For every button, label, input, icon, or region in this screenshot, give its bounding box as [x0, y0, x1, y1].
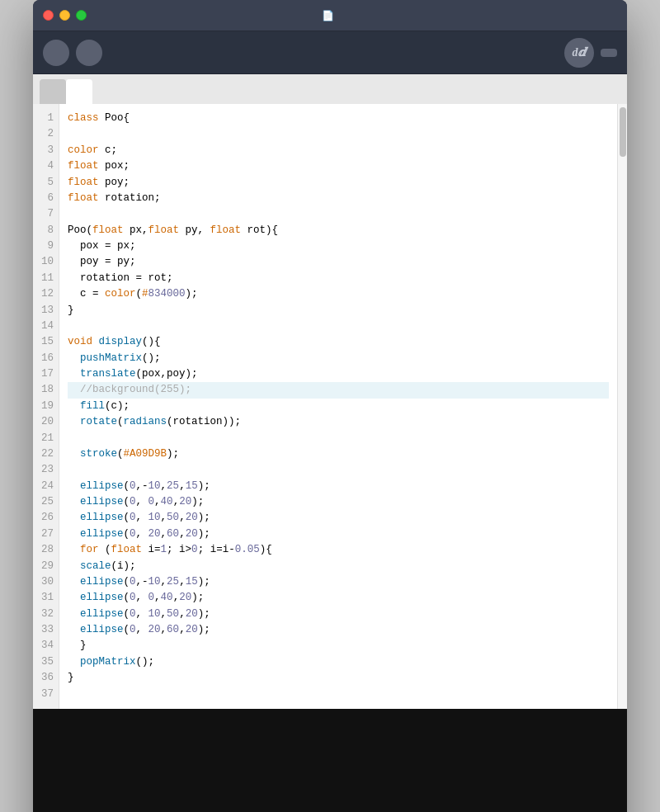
code-line[interactable]: ellipse(0, 0,40,20); — [68, 590, 609, 606]
run-button[interactable] — [43, 40, 69, 66]
code-line[interactable]: c = color(#834000); — [68, 286, 609, 302]
code-line[interactable]: float pox; — [68, 158, 609, 174]
code-line[interactable]: popMatrix(); — [68, 654, 609, 670]
code-line[interactable]: } — [68, 303, 609, 319]
code-line[interactable]: rotation = rot; — [68, 271, 609, 286]
scrollbar-thumb[interactable] — [620, 107, 626, 157]
code-line[interactable]: void display(){ — [68, 334, 609, 350]
code-line[interactable]: pushMatrix(); — [68, 351, 609, 366]
code-line[interactable]: float poy; — [68, 175, 609, 191]
application-window: 📄 dⅆ 12345678910111213141516171819202122… — [33, 0, 627, 812]
close-button[interactable] — [43, 10, 54, 21]
code-line[interactable]: ellipse(0, 10,50,20); — [68, 607, 609, 622]
code-line[interactable] — [68, 126, 609, 142]
tab-poopoo[interactable] — [40, 79, 66, 104]
code-line[interactable]: } — [68, 670, 609, 686]
line-numbers: 1234567891011121314151617181920212223242… — [33, 104, 59, 709]
code-line[interactable]: ellipse(0, 20,60,20); — [68, 622, 609, 638]
maximize-button[interactable] — [76, 10, 87, 21]
title-bar: 📄 — [33, 0, 627, 31]
code-line[interactable]: } — [68, 638, 609, 654]
code-line[interactable]: //background(255); — [68, 382, 609, 398]
toolbar-right: dⅆ — [564, 38, 617, 68]
code-line[interactable]: class Poo{ — [68, 111, 609, 126]
code-line[interactable]: fill(c); — [68, 399, 609, 414]
code-line[interactable] — [68, 206, 609, 222]
toolbar: dⅆ — [33, 31, 627, 74]
traffic-lights — [43, 10, 87, 21]
tab-arrow[interactable] — [92, 79, 106, 104]
code-line[interactable]: stroke(#A09D9B); — [68, 446, 609, 462]
code-line[interactable]: float rotation; — [68, 191, 609, 206]
console-area — [33, 709, 627, 812]
java-dropdown-button[interactable] — [601, 49, 617, 57]
scrollbar[interactable] — [617, 104, 627, 709]
tab-poo[interactable] — [66, 79, 92, 104]
file-icon: 📄 — [322, 10, 334, 21]
editor-area: 1234567891011121314151617181920212223242… — [33, 104, 627, 709]
code-line[interactable]: Poo(float px,float py, float rot){ — [68, 223, 609, 238]
code-line[interactable]: rotate(radians(rotation)); — [68, 414, 609, 430]
tabs-bar — [33, 74, 627, 104]
debugger-button[interactable]: dⅆ — [564, 38, 594, 68]
code-line[interactable]: color c; — [68, 143, 609, 158]
minimize-button[interactable] — [59, 10, 70, 21]
code-line[interactable] — [68, 319, 609, 334]
stop-button[interactable] — [76, 40, 102, 66]
code-line[interactable]: ellipse(0, 20,60,20); — [68, 526, 609, 542]
code-line[interactable]: ellipse(0, 10,50,20); — [68, 510, 609, 526]
code-line[interactable]: scale(i); — [68, 559, 609, 574]
window-title: 📄 — [322, 10, 338, 21]
code-line[interactable] — [68, 431, 609, 446]
code-content[interactable]: class Poo{ color c;float pox;float poy;f… — [59, 104, 617, 709]
code-line[interactable]: for (float i=1; i>0; i=i-0.05){ — [68, 542, 609, 558]
code-line[interactable]: poy = py; — [68, 254, 609, 270]
code-line[interactable] — [68, 462, 609, 478]
code-line[interactable]: pox = px; — [68, 238, 609, 254]
code-line[interactable]: ellipse(0,-10,25,15); — [68, 574, 609, 590]
code-line[interactable]: ellipse(0,-10,25,15); — [68, 479, 609, 494]
debugger-icon: dⅆ — [573, 45, 587, 59]
code-line[interactable]: ellipse(0, 0,40,20); — [68, 494, 609, 510]
code-line[interactable] — [68, 687, 609, 702]
code-line[interactable]: translate(pox,poy); — [68, 366, 609, 382]
